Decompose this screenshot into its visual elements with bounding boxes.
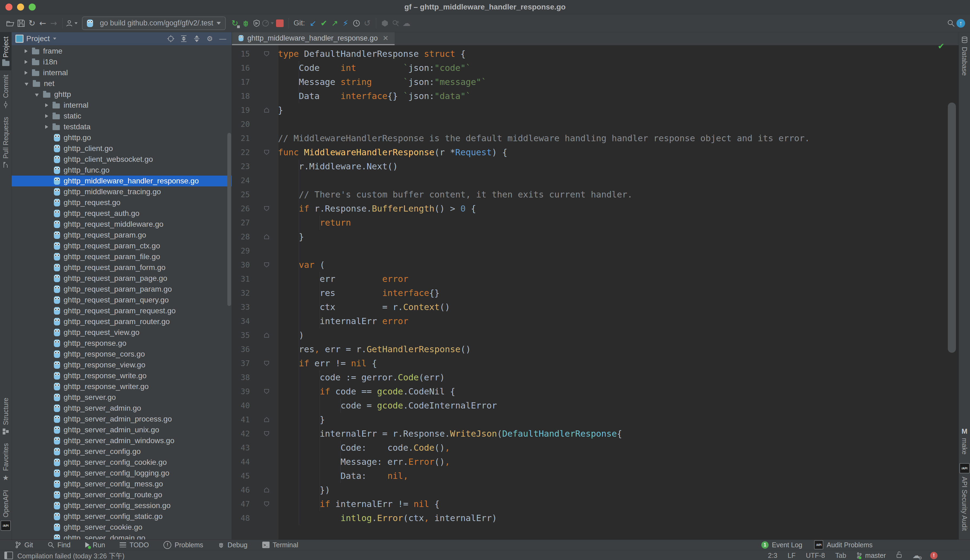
locate-icon[interactable] (165, 33, 176, 44)
tree-item-file[interactable]: ghttp.go (12, 132, 232, 143)
run-icon[interactable]: ↻ (229, 17, 240, 29)
fold-open-icon[interactable] (256, 388, 278, 395)
git-branch-widget[interactable]: master (856, 552, 886, 560)
tree-item-folder[interactable]: frame (12, 46, 232, 57)
tree-item-folder[interactable]: static (12, 111, 232, 122)
tool-tab-pull-requests[interactable]: Pull Requests (0, 113, 12, 173)
code-line[interactable]: 30 var ( (232, 258, 958, 272)
git-fetch-icon[interactable]: ⚡ (340, 17, 351, 29)
tree-item-file[interactable]: ghttp_server_config_route.go (12, 489, 232, 500)
editor-tab[interactable]: ghttp_middleware_handler_response.go ✕ (232, 32, 395, 45)
toolwindow-toggle-icon[interactable] (4, 552, 13, 559)
tool-tab-project[interactable]: Project (0, 32, 12, 70)
tool-tab-database[interactable]: Database (959, 32, 970, 80)
tree-item-file[interactable]: ghttp_server_config_session.go (12, 500, 232, 511)
tree-item-file[interactable]: ghttp_server_admin_unix.go (12, 425, 232, 435)
tree-item-file[interactable]: ghttp_request_param.go (12, 230, 232, 240)
run-configuration-select[interactable]: go build github.com/gogf/gf/v2/.test (82, 17, 226, 30)
editor-scrollbar[interactable] (948, 103, 956, 353)
tree-item-file[interactable]: ghttp_server_config.go (12, 446, 232, 457)
tool-tab-debug[interactable]: Debug (218, 541, 248, 549)
unlock-icon[interactable] (896, 551, 902, 560)
tree-item-file[interactable]: ghttp_server_config_logging.go (12, 468, 232, 478)
chevron-collapsed-icon[interactable] (45, 103, 48, 107)
tree-item-folder[interactable]: testdata (12, 122, 232, 132)
indent-style[interactable]: Tab (835, 552, 846, 560)
status-message[interactable]: Compilation failed (today 3:26 下午) (17, 550, 125, 560)
coverage-icon[interactable] (251, 17, 262, 29)
forward-icon[interactable]: → (48, 17, 59, 29)
tree-item-file[interactable]: ghttp_request_view.go (12, 327, 232, 338)
code-line[interactable]: 18 Data interface{} `json:"data"` (232, 89, 958, 103)
fold-open-icon[interactable] (256, 51, 278, 57)
tree-item-file[interactable]: ghttp_request_param_ctx.go (12, 240, 232, 251)
git-commit-icon[interactable]: ✔ (319, 17, 329, 29)
tree-item-file[interactable]: ghttp_client_websocket.go (12, 154, 232, 165)
tree-item-file[interactable]: ghttp_response.go (12, 338, 232, 349)
event-log-button[interactable]: 1 Event Log (761, 541, 803, 549)
tree-scrollbar[interactable] (227, 133, 231, 306)
tree-item-file[interactable]: ghttp_request_param_page.go (12, 273, 232, 284)
cloud-icon[interactable]: ☁ (401, 17, 412, 29)
code-line[interactable]: 28 } (232, 230, 958, 244)
tree-item-file[interactable]: ghttp_request_middleware.go (12, 219, 232, 230)
tree-item-file[interactable]: ghttp_response_cors.go (12, 349, 232, 360)
code-editor[interactable]: 15type DefaultHandlerResponse struct {16… (232, 45, 958, 540)
tree-item-file[interactable]: ghttp_request_param_router.go (12, 316, 232, 327)
tree-item-file[interactable]: ghttp_func.go (12, 165, 232, 175)
code-line[interactable]: 43 Code: code.Code(), (232, 441, 958, 455)
code-line[interactable]: 32 res interface{} (232, 286, 958, 300)
debug-icon[interactable] (240, 17, 251, 29)
tool-tab-terminal[interactable]: >_ Terminal (262, 541, 298, 549)
code-line[interactable]: 19} (232, 103, 958, 117)
tree-item-file[interactable]: ghttp_client.go (12, 143, 232, 154)
chevron-down-icon[interactable] (53, 38, 56, 40)
tool-tab-problems[interactable]: ! Problems (164, 541, 203, 549)
rollback-icon[interactable]: ↺ (362, 17, 373, 29)
chevron-expanded-icon[interactable] (35, 93, 39, 97)
expand-all-icon[interactable] (179, 33, 189, 44)
code-line[interactable]: 38 code := gerror.Code(err) (232, 370, 958, 385)
search-shelf-icon[interactable] (390, 17, 401, 29)
tree-item-folder[interactable]: internal (12, 67, 232, 78)
code-line[interactable]: 17 Message string `json:"message"` (232, 75, 958, 89)
code-line[interactable]: 45 Data: nil, (232, 469, 958, 483)
tree-item-file[interactable]: ghttp_request.go (12, 197, 232, 208)
tree-item-file[interactable]: ghttp_server_admin.go (12, 403, 232, 413)
tool-tab-todo[interactable]: TODO (120, 541, 149, 549)
tree-item-file[interactable]: ghttp_request_param_query.go (12, 295, 232, 305)
code-line[interactable]: 47 if internalErr != nil { (232, 497, 958, 511)
code-line[interactable]: 24 (232, 173, 958, 187)
save-icon[interactable] (16, 17, 27, 29)
code-line[interactable]: 46 }) (232, 483, 958, 497)
shelve-icon[interactable] (379, 17, 390, 29)
git-update-icon[interactable]: ↙ (308, 17, 319, 29)
fold-open-icon[interactable] (256, 501, 278, 507)
ide-update-icon[interactable]: ↑ (957, 19, 965, 28)
tree-item-file[interactable]: ghttp_response_write.go (12, 370, 232, 381)
tree-item-file[interactable]: ghttp_request_auth.go (12, 208, 232, 219)
error-indicator-icon[interactable]: ! (930, 552, 938, 559)
tool-tab-api-security-audit[interactable]: /API API Security Audit (959, 459, 970, 535)
code-line[interactable]: 40 code = gcode.CodeInternalError (232, 398, 958, 413)
fold-open-icon[interactable] (256, 430, 278, 437)
tree-item-file[interactable]: ghttp_server_admin_windows.go (12, 435, 232, 446)
tool-tab-git[interactable]: Git (15, 541, 33, 549)
tree-item-file[interactable]: ghttp_server_config_static.go (12, 511, 232, 522)
tree-item-file[interactable]: ghttp_server_cookie.go (12, 522, 232, 533)
code-line[interactable]: 34 internalErr error (232, 314, 958, 328)
cloud-sync-icon[interactable]: ☁⚙ (912, 551, 920, 560)
fold-open-icon[interactable] (256, 360, 278, 367)
code-line[interactable]: 21// MiddlewareHandlerResponse is the de… (232, 131, 958, 145)
tool-tab-structure[interactable]: Structure (0, 393, 12, 438)
close-icon[interactable]: ✕ (383, 34, 389, 42)
settings-gear-icon[interactable]: ⚙ (205, 33, 215, 44)
chevron-collapsed-icon[interactable] (45, 114, 48, 118)
fold-close-icon[interactable] (256, 332, 278, 338)
fold-open-icon[interactable] (256, 205, 278, 212)
tree-item-file[interactable]: ghttp_server_domain.go (12, 533, 232, 540)
code-line[interactable]: 41 } (232, 413, 958, 427)
profiler-icon[interactable] (262, 17, 274, 29)
tree-item-file[interactable]: ghttp_request_param_file.go (12, 251, 232, 262)
fold-open-icon[interactable] (256, 149, 278, 155)
